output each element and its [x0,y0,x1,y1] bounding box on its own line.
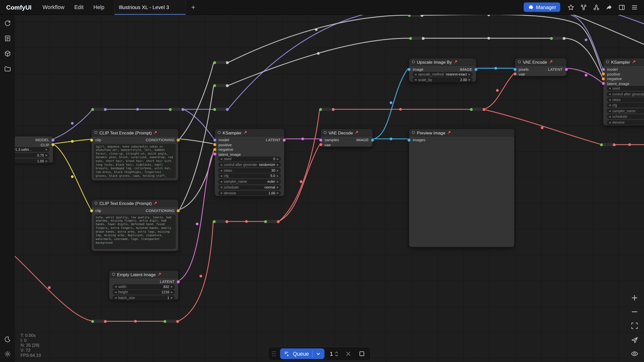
reroute-node[interactable] [92,319,106,323]
widget-left-arrow-icon[interactable]: ◀ [609,115,611,118]
node-header[interactable]: CLIP Text Encode (Prompt) [92,129,178,136]
widget-control after generate[interactable]: ◀control after generate [607,92,644,97]
input-dot[interactable] [602,67,605,71]
node-header[interactable]: CLIP Text Encode (Prompt) [92,200,178,207]
output-dot[interactable] [565,67,568,71]
reroute-node[interactable] [169,107,184,111]
reroute-input-dot[interactable] [213,108,216,111]
widget-left-arrow-icon[interactable]: ◀ [220,157,222,161]
widget-left-arrow-icon[interactable]: ◀ [609,92,611,96]
output-dot[interactable] [177,138,180,141]
reroute-input-dot[interactable] [409,37,412,40]
reroute-input-dot[interactable] [319,108,322,111]
widget-sampler_name[interactable]: ◀sampler_nameeuler▶ [218,179,281,184]
input-dot[interactable] [213,148,216,151]
output-slot-MODEL[interactable]: MODEL [35,138,55,142]
reroute-input-dot[interactable] [213,84,216,87]
input-dot[interactable] [319,138,322,141]
widget-left-arrow-icon[interactable]: ◀ [609,87,611,90]
reroute-output-dot[interactable] [226,84,229,87]
input-dot[interactable] [513,72,517,76]
node-preview-image[interactable]: Preview Imageimages [409,129,515,247]
output-slot-LATENT[interactable]: LATENT [548,67,568,71]
widget-right-arrow-icon[interactable]: ▶ [277,157,279,161]
reroute-node[interactable] [600,142,615,147]
widget-right-arrow-icon[interactable]: ▶ [277,169,279,172]
input-slot-latent_image[interactable]: latent_image [602,81,629,86]
reroute-node[interactable] [409,36,424,40]
reroute-node[interactable] [214,83,229,87]
fit-view-icon[interactable] [630,322,639,330]
input-slot-samples[interactable]: samples [319,138,339,142]
widget-right-arrow-icon[interactable]: ▶ [277,191,279,195]
widget-left-arrow-icon[interactable]: ◀ [414,73,416,76]
input-dot[interactable] [90,209,93,212]
reroute-node[interactable] [550,36,565,40]
widget-scale_by[interactable]: ◀scale_by2.00▶ [412,77,473,82]
output-slot-LATENT[interactable]: LATENT [160,279,180,284]
widget-cfg[interactable]: ◀cfg [607,103,644,108]
node-upscale-image-by[interactable]: Upscale Image ByimageIMAGE◀upscale_metho… [409,58,476,82]
widget-denoise[interactable]: ◀denoise [607,120,644,125]
input-slot-vae[interactable]: vae [319,142,331,147]
reroute-node[interactable] [164,319,179,323]
node-header[interactable]: KSampler [603,58,644,66]
widget-right-arrow-icon[interactable]: ▶ [171,296,173,300]
widget-steps[interactable]: ◀steps [607,97,644,102]
widget-scheduler[interactable]: ◀schedulernormal▶ [218,185,281,190]
input-slot-clip[interactable]: clip [90,208,101,213]
widget-right-arrow-icon[interactable]: ▶ [277,186,279,189]
node-header[interactable]: Empty Latent Image [109,271,178,278]
menu-help[interactable]: Help [88,0,109,15]
reroute-output-dot[interactable] [176,320,179,323]
input-dot[interactable] [602,77,605,80]
node-header[interactable]: VAE Decode [321,129,373,136]
widget-seed[interactable]: ◀seed [607,86,644,91]
queue-button[interactable]: Queue [280,348,324,359]
menu-workflow[interactable]: Workflow [38,0,69,15]
cancel-run-icon[interactable] [344,349,353,358]
widget-seed[interactable]: ◀seed0▶ [218,157,281,162]
input-slot-images[interactable]: images [407,138,425,142]
input-slot-vae[interactable]: vae [513,72,525,76]
share-icon[interactable] [603,2,614,12]
chevron-down-icon[interactable] [316,351,321,356]
menu-edit[interactable]: Edit [69,0,89,15]
reroute-output-dot[interactable] [225,220,228,223]
widget-right-arrow-icon[interactable]: ▶ [469,78,471,82]
reroute-input-dot[interactable] [264,220,267,223]
reroute-input-dot[interactable] [600,143,603,146]
widget-right-arrow-icon[interactable]: ▶ [469,73,471,76]
reroute-output-dot[interactable] [422,37,425,40]
input-slot-model[interactable]: model [602,67,618,71]
widget-left-arrow-icon[interactable]: ◀ [220,180,222,183]
widget-right-arrow-icon[interactable]: ▶ [46,159,48,163]
widget-left-arrow-icon[interactable]: ◀ [115,291,117,294]
output-slot-LATENT[interactable]: LATENT [266,138,286,142]
prompt-text[interactable]: 1girl, megumin, kono subarashii sekai ni… [94,143,176,178]
workflow-tab[interactable]: Illustrious XL - Level 3 [114,0,186,15]
output-dot[interactable] [283,138,286,141]
input-slot-image[interactable]: image [407,67,423,71]
reroute-node[interactable] [92,107,106,111]
input-slot-negative[interactable]: negative [213,147,233,152]
reroute-output-dot[interactable] [104,108,107,111]
reroute-output-dot[interactable] [104,320,107,323]
input-slot-negative[interactable]: negative [602,77,622,81]
queue-list-icon[interactable] [3,34,12,43]
widget-cfg[interactable]: ◀cfg5.0▶ [218,173,281,178]
reroute-node[interactable] [320,107,334,111]
widget-control after generate[interactable]: ◀control after generaterandomize▶ [218,162,281,167]
batch-count-spinner[interactable] [334,351,338,356]
select-pointer-icon[interactable] [630,336,639,344]
workflow-graph-icon-2[interactable] [591,2,602,12]
input-dot[interactable] [213,138,216,141]
node-clip-text-encode-negative[interactable]: CLIP Text Encode (Prompt)clipCONDITIONIN… [91,199,179,251]
reroute-output-dot[interactable] [483,108,485,111]
docs-panel-icon[interactable] [616,2,627,12]
reroute-input-dot[interactable] [470,108,473,111]
widget-left-arrow-icon[interactable]: ◀ [609,98,611,101]
widget-right-arrow-icon[interactable]: ▶ [171,285,173,288]
model-library-icon[interactable] [3,49,12,58]
input-slot-model[interactable]: model [213,138,229,142]
